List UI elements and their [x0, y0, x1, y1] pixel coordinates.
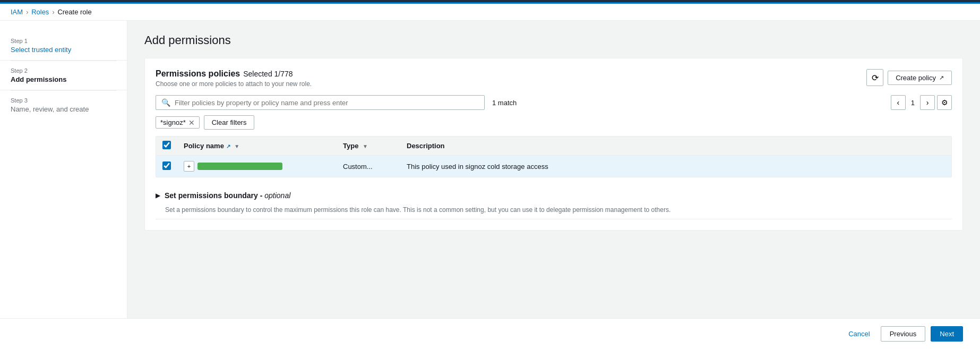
sidebar-step-1: Step 1 Select trusted entity [0, 31, 127, 61]
table-row: + Custom... This policy used in signoz c… [156, 156, 951, 177]
filter-tag-text: *signoz* [160, 118, 186, 126]
breadcrumb-sep-2: › [52, 8, 54, 16]
card-header-left: Permissions policies Selected 1/778 Choo… [156, 69, 312, 88]
step-2-label: Step 2 [11, 67, 116, 74]
cancel-button[interactable]: Cancel [843, 327, 875, 341]
sort-icon-name: ▼ [234, 143, 239, 149]
th-type-label: Type [343, 142, 358, 150]
footer: Cancel Previous Next [0, 318, 980, 349]
expand-button[interactable]: + [184, 161, 194, 172]
policies-table-container: Policy name ↗ ▼ Type ▼ Description [156, 136, 952, 177]
search-box: 🔍 [156, 95, 485, 110]
row-checkbox[interactable] [162, 161, 171, 170]
step-1-label: Step 1 [11, 38, 116, 44]
card-header-right: ⟳ Create policy ↗ [866, 69, 952, 86]
step-1-title[interactable]: Select trusted entity [11, 46, 116, 54]
select-all-checkbox[interactable] [162, 141, 171, 149]
permissions-boundary: ▶ Set permissions boundary - optional Se… [156, 186, 952, 219]
row-checkbox-cell [156, 156, 177, 177]
clear-filters-button[interactable]: Clear filters [204, 115, 255, 130]
match-count: 1 match [492, 99, 517, 107]
pb-title-text: Set permissions boundary - [165, 191, 262, 200]
permissions-title: Permissions policies [156, 69, 240, 79]
row-type: Custom... [343, 163, 373, 171]
main-content: Add permissions Permissions policies Sel… [127, 21, 980, 348]
external-link-icon: ↗ [939, 74, 944, 81]
row-description: This policy used in signoz cold storage … [407, 163, 548, 171]
card-header: Permissions policies Selected 1/778 Choo… [156, 69, 952, 88]
next-button[interactable]: Next [931, 326, 963, 342]
row-type-cell: Custom... [337, 156, 400, 177]
permissions-card: Permissions policies Selected 1/778 Choo… [144, 58, 963, 231]
prev-page-button[interactable]: ‹ [891, 95, 906, 110]
filter-tag-close[interactable]: ✕ [188, 119, 195, 126]
selected-count: Selected 1/778 [243, 70, 293, 78]
breadcrumb-current: Create role [57, 8, 91, 16]
permissions-subtitle: Choose one or more policies to attach to… [156, 80, 312, 88]
pb-arrow-icon: ▶ [156, 192, 160, 199]
pagination-row: ‹ 1 › ⚙ [891, 95, 952, 110]
permissions-title-row: Permissions policies Selected 1/778 [156, 69, 312, 79]
pb-description: Set a permissions boundary to control th… [156, 206, 952, 214]
filter-tag-signoz: *signoz* ✕ [156, 116, 200, 129]
step-3-title: Name, review, and create [11, 105, 116, 113]
pb-title: Set permissions boundary - optional [165, 191, 290, 200]
settings-button[interactable]: ⚙ [937, 95, 952, 110]
previous-button[interactable]: Previous [881, 326, 926, 342]
policy-name-redacted [197, 163, 282, 170]
sidebar-step-3: Step 3 Name, review, and create [0, 91, 127, 120]
th-description: Description [400, 137, 951, 156]
th-checkbox [156, 137, 177, 156]
row-description-cell: This policy used in signoz cold storage … [400, 156, 951, 177]
filter-tags: *signoz* ✕ Clear filters [156, 115, 952, 130]
sort-icon-type: ▼ [363, 143, 368, 149]
refresh-button[interactable]: ⟳ [866, 69, 883, 86]
sidebar: Step 1 Select trusted entity Step 2 Add … [0, 21, 127, 348]
search-input[interactable] [175, 99, 479, 107]
th-policy-name-label: Policy name [184, 142, 224, 150]
breadcrumb: IAM › Roles › Create role [0, 4, 980, 21]
step-3-label: Step 3 [11, 97, 116, 104]
next-page-button[interactable]: › [920, 95, 935, 110]
breadcrumb-sep-1: › [26, 8, 28, 16]
table-header-row: Policy name ↗ ▼ Type ▼ Description [156, 137, 951, 156]
th-policy-name[interactable]: Policy name ↗ ▼ [177, 137, 337, 156]
breadcrumb-iam[interactable]: IAM [11, 8, 23, 16]
pb-divider [156, 219, 952, 219]
pb-header[interactable]: ▶ Set permissions boundary - optional [156, 186, 952, 205]
page-title: Add permissions [144, 33, 963, 47]
th-description-label: Description [407, 142, 445, 150]
page-number: 1 [908, 99, 918, 107]
policy-name-cell: + [184, 161, 330, 172]
create-policy-button[interactable]: Create policy ↗ [888, 71, 952, 85]
pb-optional-text: optional [264, 191, 290, 200]
policies-table: Policy name ↗ ▼ Type ▼ Description [156, 137, 951, 177]
create-policy-label: Create policy [896, 74, 936, 82]
external-link-icon: ↗ [226, 143, 230, 149]
search-row: 🔍 1 match ‹ 1 › ⚙ [156, 95, 952, 110]
search-icon: 🔍 [161, 98, 170, 107]
sidebar-step-2: Step 2 Add permissions [0, 61, 127, 90]
row-policy-name-cell: + [177, 156, 337, 177]
breadcrumb-roles[interactable]: Roles [31, 8, 49, 16]
th-type[interactable]: Type ▼ [337, 137, 400, 156]
step-2-title: Add permissions [11, 75, 116, 83]
